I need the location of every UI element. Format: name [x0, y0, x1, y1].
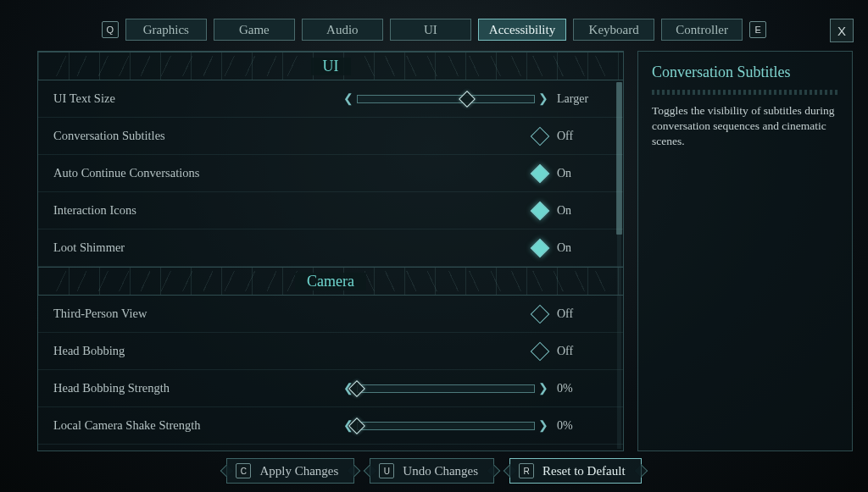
setting-value: On: [557, 204, 611, 218]
setting-label: Head Bobbing: [53, 344, 291, 358]
slider-ui-text-size[interactable]: ❮ ❯: [345, 91, 547, 107]
section-header-ui: UI: [38, 52, 623, 80]
slider-increase-icon[interactable]: ❯: [538, 383, 548, 395]
close-button[interactable]: X: [830, 19, 854, 42]
section-title: UI: [311, 58, 351, 75]
button-label: Apply Changes: [259, 464, 338, 478]
section-header-camera: Camera: [38, 267, 623, 296]
setting-value: Off: [557, 307, 611, 321]
slider-track[interactable]: [357, 422, 535, 430]
toggle-diamond-icon[interactable]: [531, 201, 550, 220]
setting-value: Off: [557, 130, 611, 143]
setting-head-bobbing-strength[interactable]: Head Bobbing Strength ❮ ❯ 0%: [38, 370, 623, 407]
tab-audio[interactable]: Audio: [302, 19, 383, 41]
setting-value: 0%: [557, 419, 611, 433]
setting-label: Third-Person View: [53, 307, 291, 321]
setting-local-camera-shake-strength[interactable]: Local Camera Shake Strength ❮ ❯ 0%: [38, 407, 623, 445]
toggle-diamond-icon[interactable]: [531, 238, 550, 257]
info-title: Conversation Subtitles: [652, 64, 838, 81]
slider-decrease-icon[interactable]: ❮: [343, 93, 353, 105]
info-divider: [652, 90, 838, 95]
tab-bar: Q Graphics Game Audio UI Accessibility K…: [0, 19, 868, 41]
toggle-diamond-icon[interactable]: [531, 163, 550, 183]
setting-label: Head Bobbing Strength: [53, 381, 291, 395]
main-area: UI UI Text Size ❮ ❯ Larger: [37, 51, 853, 451]
slider-thumb[interactable]: [459, 91, 476, 108]
next-tab-key-hint: E: [749, 21, 766, 38]
prev-tab-key-hint: Q: [102, 21, 119, 38]
settings-panel: UI UI Text Size ❮ ❯ Larger: [37, 51, 624, 451]
setting-head-bobbing[interactable]: Head Bobbing Off: [38, 333, 623, 370]
slider-local-camera-shake-strength[interactable]: ❮ ❯: [345, 418, 547, 434]
toggle-diamond-icon[interactable]: [531, 341, 550, 361]
setting-label: Loot Shimmer: [53, 240, 291, 255]
setting-conversation-subtitles[interactable]: Conversation Subtitles Off: [38, 118, 623, 155]
apply-key-hint: C: [236, 463, 251, 478]
slider-increase-icon[interactable]: ❯: [538, 93, 548, 105]
slider-head-bobbing-strength[interactable]: ❮ ❯: [345, 381, 547, 396]
settings-scroll: UI UI Text Size ❮ ❯ Larger: [38, 52, 623, 451]
setting-label: Local Camera Shake Strength: [53, 418, 291, 433]
setting-ui-text-size[interactable]: UI Text Size ❮ ❯ Larger: [38, 80, 623, 118]
setting-value: Off: [557, 345, 611, 358]
setting-interaction-icons[interactable]: Interaction Icons On: [38, 192, 623, 229]
info-panel: Conversation Subtitles Toggles the visib…: [637, 51, 853, 451]
setting-loot-shimmer[interactable]: Loot Shimmer On: [38, 229, 623, 267]
setting-value: On: [557, 167, 611, 180]
toggle-diamond-icon[interactable]: [531, 304, 550, 323]
setting-label: Interaction Icons: [53, 203, 291, 218]
setting-label: Auto Continue Conversations: [53, 166, 291, 180]
footer-bar: C Apply Changes U Undo Changes R Reset t…: [0, 458, 868, 484]
section-title: Camera: [295, 273, 366, 290]
setting-label: Conversation Subtitles: [53, 129, 291, 143]
setting-value: Larger: [557, 92, 611, 106]
slider-track[interactable]: [357, 384, 535, 393]
tab-accessibility[interactable]: Accessibility: [478, 19, 566, 41]
setting-label: UI Text Size: [53, 91, 291, 106]
tab-ui[interactable]: UI: [390, 19, 471, 41]
undo-changes-button[interactable]: U Undo Changes: [370, 458, 494, 484]
reset-to-default-button[interactable]: R Reset to Default: [509, 458, 641, 484]
button-label: Undo Changes: [403, 464, 478, 478]
undo-key-hint: U: [379, 463, 394, 478]
apply-changes-button[interactable]: C Apply Changes: [226, 458, 354, 484]
tab-graphics[interactable]: Graphics: [125, 19, 207, 41]
slider-track[interactable]: [357, 95, 535, 103]
scrollbar-thumb[interactable]: [616, 82, 622, 235]
button-label: Reset to Default: [542, 464, 625, 478]
setting-value: 0%: [557, 382, 611, 395]
tab-game[interactable]: Game: [214, 19, 295, 41]
toggle-diamond-icon[interactable]: [531, 126, 550, 146]
reset-key-hint: R: [519, 463, 534, 478]
info-body: Toggles the visibility of subtitles duri…: [652, 103, 838, 150]
tab-keyboard[interactable]: Keyboard: [573, 19, 654, 41]
setting-auto-continue-conversations[interactable]: Auto Continue Conversations On: [38, 155, 623, 192]
setting-value: On: [557, 241, 611, 255]
tab-controller[interactable]: Controller: [661, 19, 743, 41]
slider-increase-icon[interactable]: ❯: [538, 420, 548, 432]
setting-third-person-view[interactable]: Third-Person View Off: [38, 296, 623, 333]
